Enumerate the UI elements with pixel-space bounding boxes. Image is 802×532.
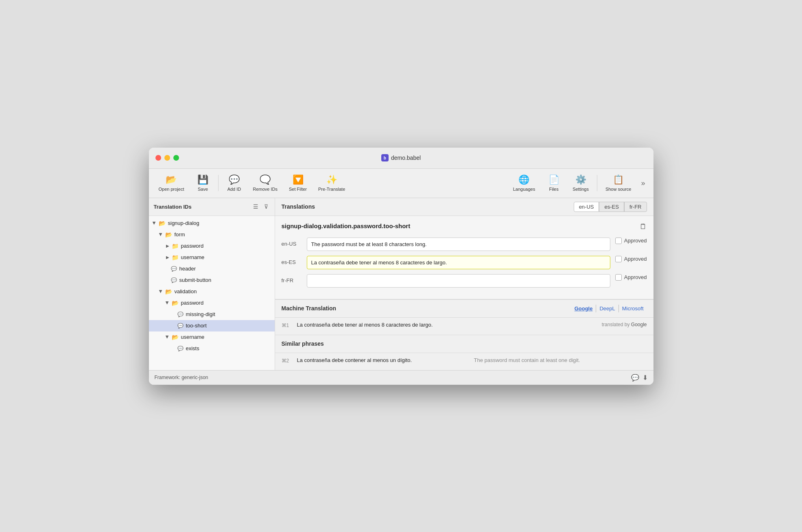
- approved-label-en-us: Approved: [624, 238, 647, 244]
- filter-sidebar-icon[interactable]: ⊽: [262, 203, 270, 211]
- toolbar: 📂 Open project 💾 Save 💬 Add ID 🗨️ Remove…: [149, 169, 653, 198]
- tree-item-too-short[interactable]: 💬 too-short: [149, 320, 275, 331]
- message-icon: 💬: [171, 266, 177, 272]
- maximize-button[interactable]: [173, 155, 179, 161]
- folder-closed-icon: 📁: [172, 254, 179, 261]
- set-filter-button[interactable]: 🔽 Set Filter: [284, 172, 312, 194]
- chevron-right-icon: ▶: [164, 254, 171, 261]
- tree-item-form[interactable]: ▶ 📂 form: [149, 229, 275, 240]
- translation-input-wrap-fr-fr: [307, 274, 610, 288]
- tree-label-form: form: [175, 231, 185, 238]
- tree-label-val-username: username: [181, 334, 205, 340]
- tree-item-val-username[interactable]: ▶ 📂 username: [149, 331, 275, 343]
- download-icon[interactable]: ⬇: [642, 374, 648, 382]
- folder-closed-icon: 📁: [172, 243, 179, 249]
- lang-label-en-us: en-US: [282, 238, 302, 247]
- titlebar: b demo.babel: [149, 148, 653, 169]
- translation-row-es-es: es-ES Approved: [282, 256, 647, 269]
- files-button[interactable]: 📄 Files: [542, 172, 566, 194]
- similar-shortcut-1: ⌘2: [282, 357, 293, 364]
- sidebar-header-icons: ☰ ⊽: [251, 203, 270, 211]
- separator-1: [218, 175, 219, 191]
- open-project-button[interactable]: 📂 Open project: [154, 172, 189, 194]
- translation-input-fr-fr[interactable]: [307, 274, 610, 288]
- tree-item-val-password[interactable]: ▶ 📂 password: [149, 297, 275, 309]
- approved-checkbox-en-us[interactable]: [615, 238, 622, 244]
- tree-item-submit-button[interactable]: 💬 submit-button: [149, 275, 275, 286]
- remove-ids-button[interactable]: 🗨️ Remove IDs: [248, 172, 282, 194]
- translation-input-es-es[interactable]: [307, 256, 610, 269]
- lang-tab-es-es[interactable]: es-ES: [599, 202, 624, 212]
- languages-button[interactable]: 🌐 Languages: [508, 172, 540, 194]
- folder-open-icon: 📂: [165, 288, 172, 295]
- tree-item-exists[interactable]: 💬 exists: [149, 343, 275, 354]
- app-window: b demo.babel 📂 Open project 💾 Save 💬 Add…: [149, 148, 653, 385]
- similar-phrases-section: Similar phrases ⌘2 La contraseña debe co…: [275, 335, 653, 370]
- translation-key-row: signup-dialog.validation.password.too-sh…: [282, 222, 647, 231]
- show-source-button[interactable]: 📋 Show source: [601, 172, 636, 194]
- save-button[interactable]: 💾 Save: [190, 172, 215, 194]
- remove-ids-label: Remove IDs: [253, 187, 278, 192]
- tree-item-password[interactable]: ▶ 📁 password: [149, 240, 275, 252]
- minimize-button[interactable]: [164, 155, 170, 161]
- folder-open-icon: 📂: [165, 231, 172, 238]
- add-id-label: Add ID: [227, 187, 241, 192]
- lang-tab-en-us[interactable]: en-US: [574, 202, 599, 212]
- tree-label-missing-digit: missing-digit: [186, 311, 215, 317]
- settings-icon: ⚙️: [575, 174, 586, 185]
- lang-label-fr-fr: fr-FR: [282, 274, 302, 283]
- tree-label-password: password: [181, 243, 204, 249]
- similar-phrases-header: Similar phrases: [275, 335, 653, 353]
- tree-label-submit-button: submit-button: [179, 277, 212, 283]
- mt-tab-microsoft[interactable]: Microsoft: [619, 305, 647, 312]
- approved-checkbox-es-es[interactable]: [615, 256, 622, 262]
- tree-label-exists: exists: [186, 345, 199, 351]
- mt-tabs: Google DeepL Microsoft: [571, 305, 647, 312]
- source-icon[interactable]: 🗒: [640, 222, 647, 231]
- mt-tab-google[interactable]: Google: [571, 305, 597, 312]
- approved-label-es-es: Approved: [624, 256, 647, 262]
- message-icon: 💬: [177, 323, 184, 329]
- translation-content: signup-dialog.validation.password.too-sh…: [275, 216, 653, 299]
- statusbar: Framework: generic-json 💬 ⬇: [149, 370, 653, 385]
- remove-ids-icon: 🗨️: [260, 174, 271, 185]
- tree-item-missing-digit[interactable]: 💬 missing-digit: [149, 309, 275, 320]
- similar-translation-1: La contraseña debe contener al menos un …: [297, 357, 470, 363]
- close-button[interactable]: [155, 155, 161, 161]
- pre-translate-label: Pre-Translate: [318, 187, 345, 192]
- approved-checkbox-fr-fr[interactable]: [615, 274, 622, 281]
- toolbar-more-button[interactable]: »: [638, 176, 648, 191]
- machine-translation-title: Machine Translation: [282, 305, 566, 312]
- add-id-icon: 💬: [229, 174, 240, 185]
- translation-input-wrap-es-es: [307, 256, 610, 269]
- lang-tab-fr-fr[interactable]: fr-FR: [624, 202, 647, 212]
- tree-item-signup-dialog[interactable]: ▶ 📂 signup-dialog: [149, 218, 275, 229]
- add-id-button[interactable]: 💬 Add ID: [222, 172, 246, 194]
- tree-item-username-form[interactable]: ▶ 📁 username: [149, 252, 275, 263]
- settings-label: Settings: [573, 187, 589, 192]
- comment-icon[interactable]: 💬: [631, 374, 639, 382]
- tree-label-signup-dialog: signup-dialog: [168, 220, 199, 226]
- files-label: Files: [549, 187, 559, 192]
- tree-label-val-password: password: [181, 300, 204, 306]
- mt-tab-deepl[interactable]: DeepL: [596, 305, 618, 312]
- folder-icon: 📂: [166, 174, 177, 185]
- sidebar-header: Translation IDs ☰ ⊽: [149, 198, 275, 216]
- list-view-icon[interactable]: ☰: [251, 203, 260, 211]
- pre-translate-button[interactable]: ✨ Pre-Translate: [313, 172, 350, 194]
- right-panel: Translations en-US es-ES fr-FR signup-di…: [275, 198, 653, 370]
- approved-wrap-en-us: Approved: [615, 238, 647, 244]
- tree-item-validation[interactable]: ▶ 📂 validation: [149, 286, 275, 297]
- tree-label-header: header: [179, 266, 196, 272]
- approved-wrap-es-es: Approved: [615, 256, 647, 262]
- mt-result-row: ⌘1 La contraseña debe tener al menos 8 c…: [282, 322, 647, 328]
- translation-row-en-us: en-US Approved: [282, 238, 647, 251]
- settings-button[interactable]: ⚙️ Settings: [568, 172, 594, 194]
- translation-input-en-us[interactable]: [307, 238, 610, 251]
- tree-label-too-short: too-short: [186, 323, 207, 329]
- show-source-label: Show source: [605, 187, 632, 192]
- filter-icon: 🔽: [293, 174, 304, 185]
- open-project-label: Open project: [159, 187, 184, 192]
- machine-translation-section: Machine Translation Google DeepL Microso…: [275, 299, 653, 335]
- tree-item-header[interactable]: 💬 header: [149, 263, 275, 275]
